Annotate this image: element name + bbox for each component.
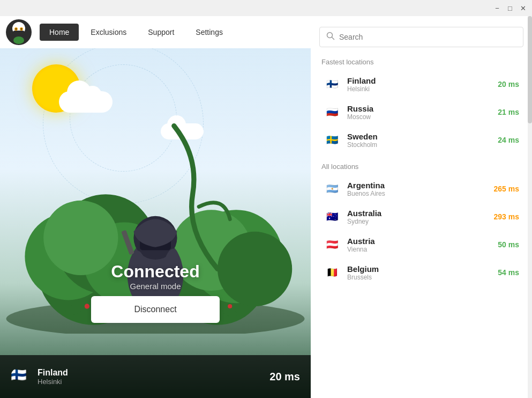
all-location-item[interactable]: 🇦🇹 Austria Vienna 50 ms [319,231,523,259]
fastest-location-item[interactable]: 🇸🇪 Sweden Stockholm 24 ms [319,126,523,154]
svg-point-7 [13,36,24,44]
svg-line-34 [332,38,334,40]
location-ping: 54 ms [498,268,519,277]
minimize-button[interactable]: − [492,3,502,13]
status-country: Finland [38,368,261,378]
nav-bar: Home Exclusions Support Settings [0,16,311,48]
location-info: Sweden Stockholm [347,132,491,149]
search-box[interactable] [319,27,523,47]
flag-icon: 🇦🇷 [324,180,341,197]
flag-icon: 🇦🇺 [324,208,341,225]
search-icon [326,32,335,42]
location-info: Russia Moscow [347,104,491,121]
status-ping: 20 ms [269,371,300,383]
fastest-location-item[interactable]: 🇷🇺 Russia Moscow 21 ms [319,98,523,126]
location-ping: 24 ms [498,136,519,144]
fastest-locations-list: 🇫🇮 Finland Helsinki 20 ms 🇷🇺 Russia Mosc… [319,70,523,154]
flag-icon: 🇧🇪 [324,264,341,281]
fastest-location-item[interactable]: 🇫🇮 Finland Helsinki 20 ms [319,70,523,98]
scrollbar-thumb[interactable] [528,16,532,123]
location-info: Finland Helsinki [347,76,491,93]
connection-status-title: Connected [0,262,311,282]
search-input[interactable] [339,33,516,41]
close-button[interactable]: ✕ [518,3,528,13]
hero-panel: Connected General mode Disconnect 🇫🇮 Fin… [0,16,311,398]
location-city: Stockholm [347,141,491,149]
disconnect-button[interactable]: Disconnect [91,296,220,323]
location-city: Buenos Aires [347,190,488,197]
status-flag: 🇫🇮 [11,367,29,386]
location-ping: 20 ms [498,80,519,89]
location-info: Argentina Buenos Aires [347,181,488,197]
location-city: Helsinki [347,85,491,93]
status-bar: 🇫🇮 Finland Helsinki 20 ms [0,355,311,398]
location-info: Austria Vienna [347,237,491,253]
location-city: Vienna [347,246,491,253]
connection-status-area: Connected General mode [0,262,311,291]
svg-point-32 [228,304,232,308]
svg-point-5 [16,28,17,30]
nav-home[interactable]: Home [40,24,79,41]
nav-exclusions[interactable]: Exclusions [81,24,136,41]
location-country: Belgium [347,264,491,274]
location-ping: 265 ms [494,185,519,193]
locations-panel: Fastest locations 🇫🇮 Finland Helsinki 20… [311,16,532,398]
status-city: Helsinki [38,378,261,386]
nav-support[interactable]: Support [138,24,184,41]
location-country: Sweden [347,132,491,141]
flag-icon: 🇦🇹 [324,236,341,253]
svg-rect-2 [12,31,25,36]
title-bar: − □ ✕ [0,0,532,16]
nav-settings[interactable]: Settings [186,24,233,41]
fastest-locations-label: Fastest locations [319,58,523,66]
location-country: Australia [347,209,488,218]
maximize-button[interactable]: □ [505,3,515,13]
all-locations-list: 🇦🇷 Argentina Buenos Aires 265 ms 🇦🇺 Aust… [319,175,523,286]
all-locations-label: All locations [319,163,523,171]
location-ping: 50 ms [498,240,519,249]
flag-icon: 🇸🇪 [324,131,341,149]
svg-point-30 [85,304,89,308]
status-location: Finland Helsinki [38,368,261,386]
location-country: Finland [347,76,491,85]
app-logo [5,19,32,46]
location-country: Russia [347,104,491,113]
scrollbar-track [528,16,532,398]
location-city: Brussels [347,274,491,281]
location-ping: 293 ms [494,212,519,221]
flag-icon: 🇫🇮 [324,76,341,93]
flag-icon: 🇷🇺 [324,104,341,121]
location-info: Belgium Brussels [347,264,491,281]
location-city: Sydney [347,218,488,225]
all-location-item[interactable]: 🇦🇺 Australia Sydney 293 ms [319,203,523,231]
location-country: Argentina [347,181,488,190]
location-ping: 21 ms [498,108,519,116]
location-city: Moscow [347,113,491,121]
location-country: Austria [347,237,491,246]
svg-point-6 [21,28,23,30]
location-info: Australia Sydney [347,209,488,225]
all-location-item[interactable]: 🇧🇪 Belgium Brussels 54 ms [319,259,523,286]
connection-mode: General mode [0,282,311,291]
all-location-item[interactable]: 🇦🇷 Argentina Buenos Aires 265 ms [319,175,523,203]
